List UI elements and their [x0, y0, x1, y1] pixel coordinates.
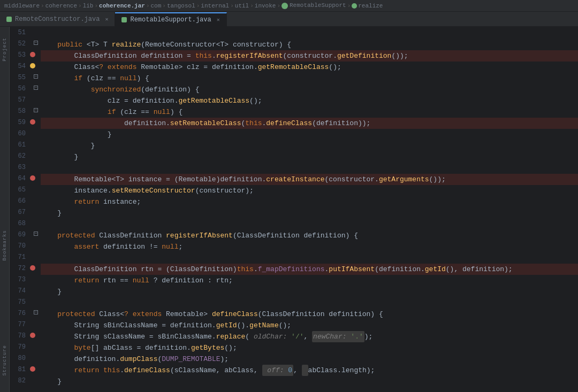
tab-label: RemotableSupport.java	[130, 16, 211, 24]
code-line	[41, 163, 578, 174]
editor-container: Project Bookmarks Structure 51 52− 53 54…	[0, 27, 578, 392]
code-line: return this.defineClass(sClassName, abCl…	[41, 365, 578, 376]
breadcrumb-part: util	[235, 3, 249, 9]
breadcrumb-part: coherence	[45, 3, 77, 9]
tab-remote-constructor[interactable]: RemoteConstructor.java ✕	[0, 12, 115, 26]
code-line: if (clz == null) {	[41, 73, 578, 84]
breadcrumb-part: RemotableSupport	[282, 2, 346, 9]
code-line: if (clz == null) {	[41, 106, 578, 118]
breadcrumb-part: realize	[352, 3, 383, 9]
code-line: definition.setRemotableClass(this.define…	[41, 118, 578, 129]
sidebar-label-bookmarks: Bookmarks	[2, 230, 7, 261]
tab-label: RemoteConstructor.java	[15, 16, 100, 23]
code-editor[interactable]: 51 52− 53 54 55− 56− 57 58− 59 60	[10, 27, 578, 392]
code-line: }	[41, 207, 578, 219]
code-line: return rtn == null ? definition : rtn;	[41, 275, 578, 286]
app-container: middleware › coherence › lib › coherence…	[0, 0, 578, 392]
breadcrumb-bar: middleware › coherence › lib › coherence…	[0, 0, 578, 12]
breadcrumb-part: invoke	[255, 3, 276, 9]
code-line: synchronized(definition) {	[41, 84, 578, 95]
code-line: instance.setRemoteConstructor(constructo…	[41, 185, 578, 196]
code-line: String sClassName = sBinClassName.replac…	[41, 331, 578, 342]
code-line: clz = definition.getRemotableClass();	[41, 95, 578, 106]
code-line: }	[41, 140, 578, 151]
file-icon	[6, 17, 12, 22]
code-line: ClassDefinition rtn = (ClassDefinition)t…	[41, 264, 578, 275]
left-sidebar: Project Bookmarks Structure	[0, 27, 10, 392]
tab-remotable-support[interactable]: RemotableSupport.java ✕	[115, 12, 226, 26]
code-line: }	[41, 286, 578, 297]
breadcrumb-part: lib	[83, 3, 94, 9]
sidebar-label-structure: Structure	[2, 345, 7, 376]
line-gutter: 51 52− 53 54 55− 56− 57 58− 59 60	[10, 27, 39, 392]
breadcrumb-part: middleware	[4, 3, 40, 9]
code-line: byte[] abClass = definition.getBytes();	[41, 342, 578, 353]
close-icon[interactable]: ✕	[105, 16, 108, 22]
code-line: }	[41, 129, 578, 140]
close-icon[interactable]: ✕	[217, 17, 220, 23]
code-line: assert definition != null;	[41, 241, 578, 252]
code-line	[41, 297, 578, 309]
code-line: definition.dumpClass(DUMP_REMOTABLE);	[41, 353, 578, 365]
code-line: return instance;	[41, 196, 578, 207]
code-line	[41, 219, 578, 230]
code-line	[41, 252, 578, 264]
code-line: public <T> T realize(RemoteConstructor<T…	[41, 39, 578, 50]
breadcrumb-part: coherence.jar	[99, 3, 145, 9]
code-content[interactable]: public <T> T realize(RemoteConstructor<T…	[39, 27, 578, 392]
tab-bar: RemoteConstructor.java ✕ RemotableSuppor…	[0, 12, 578, 27]
code-line: String sBinClassName = definition.getId(…	[41, 320, 578, 331]
code-line: }	[41, 376, 578, 387]
breadcrumb-part: com	[151, 3, 162, 9]
code-line: Remotable<T> instance = (Remotable)defin…	[41, 174, 578, 185]
file-icon	[121, 17, 127, 22]
code-line: protected Class<? extends Remotable> def…	[41, 309, 578, 320]
code-line: }	[41, 151, 578, 163]
code-line: ClassDefinition definition = this.regist…	[41, 50, 578, 62]
breadcrumb-part: internal	[201, 3, 229, 9]
code-line	[41, 28, 578, 39]
code-line: Class<? extends Remotable> clz = definit…	[41, 62, 578, 73]
code-line: protected ClassDefinition registerIfAbse…	[41, 230, 578, 241]
sidebar-label-project: Project	[2, 37, 7, 62]
breadcrumb-part: tangosol	[167, 3, 195, 9]
